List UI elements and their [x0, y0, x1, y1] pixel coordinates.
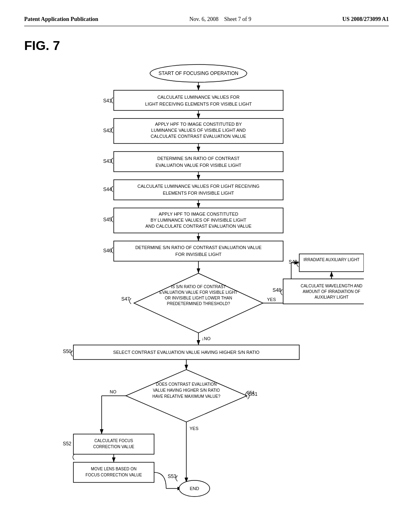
- end-label: END: [190, 486, 199, 491]
- svg-text:ELEMENTS FOR INVISIBLE LIGHT: ELEMENTS FOR INVISIBLE LIGHT: [163, 191, 234, 195]
- s53-step: S53: [168, 474, 177, 479]
- page-header: Patent Application Publication Nov. 6, 2…: [24, 16, 389, 26]
- svg-rect-44: [73, 434, 154, 454]
- s48-step: S48: [273, 287, 282, 293]
- svg-text:LIGHT RECEIVING ELEMENTS FOR V: LIGHT RECEIVING ELEMENTS FOR VISIBLE LIG…: [145, 102, 252, 106]
- svg-rect-3: [114, 90, 283, 110]
- s52-line1: CALCULATE FOCUS: [94, 438, 133, 443]
- svg-rect-30: [299, 254, 364, 272]
- svg-rect-13: [114, 180, 283, 200]
- svg-text:VALUE HAVING HIGHER S/N RATIO: VALUE HAVING HIGHER S/N RATIO: [153, 388, 220, 393]
- move-lens-line1: MOVE LENS BASED ON: [91, 467, 137, 471]
- yes-label-s51: YES: [190, 426, 198, 431]
- s41-step: S41: [103, 98, 112, 104]
- s42-line1: APPLY HPF TO IMAGE CONSTITUTED BY: [155, 122, 242, 127]
- svg-text:IS S/N RATIO OF CONTRAST: IS S/N RATIO OF CONTRAST: [171, 285, 226, 289]
- svg-text:BY LUMINANCE VALUES OF INVISIB: BY LUMINANCE VALUES OF INVISIBLE LIGHT: [150, 218, 246, 222]
- s42-step: S42: [103, 128, 112, 133]
- header-date-sheet: Nov. 6, 2008 Sheet 7 of 9: [189, 16, 251, 23]
- svg-rect-10: [114, 152, 283, 172]
- svg-text:HAVE RELATIVE MAXIMUM VALUE?: HAVE RELATIVE MAXIMUM VALUE?: [152, 394, 221, 399]
- svg-text:AMOUNT OF IRRADIATION OF: AMOUNT OF IRRADIATION OF: [303, 289, 361, 294]
- s46-step: S46: [103, 248, 112, 254]
- svg-text:AND CALCULATE CONTRAST EVALUAT: AND CALCULATE CONTRAST EVALUATION VALUE: [145, 224, 251, 229]
- header-patent-number: US 2008/273099 A1: [342, 16, 389, 23]
- page: Patent Application Publication Nov. 6, 2…: [0, 0, 413, 532]
- s49-step: S49: [289, 259, 298, 265]
- s43-line1: DETERMINE S/N RATIO OF CONTRAST: [157, 156, 240, 161]
- svg-text:EVALUATION VALUE FOR VISIBLE L: EVALUATION VALUE FOR VISIBLE LIGHT: [156, 163, 242, 168]
- header-publication: Patent Application Publication: [24, 16, 98, 23]
- svg-text:PREDETERMINED THRESHOLD?: PREDETERMINED THRESHOLD?: [167, 301, 230, 306]
- s41-label: CALCULATE LUMINANCE VALUES FOR: [157, 95, 240, 100]
- svg-text:DOES CONTRAST EVALUATION: DOES CONTRAST EVALUATION: [156, 382, 217, 387]
- svg-text:EVALUATION VALUE FOR VISIBLE L: EVALUATION VALUE FOR VISIBLE LIGHT: [159, 290, 237, 295]
- s52-step: S52: [63, 441, 72, 447]
- s43-step: S43: [103, 158, 112, 164]
- start-label: START OF FOCUSING OPERATION: [159, 71, 238, 76]
- svg-rect-20: [114, 241, 283, 261]
- s51-step: S51: [249, 391, 258, 397]
- s45-line1: APPLY HPF TO IMAGE CONSTITUTED: [159, 212, 238, 216]
- figure-label: FIG. 7: [24, 38, 389, 53]
- svg-text:AUXILIARY LIGHT: AUXILIARY LIGHT: [315, 295, 348, 299]
- svg-text:OR INVISIBLE LIGHT LOWER THAN: OR INVISIBLE LIGHT LOWER THAN: [165, 296, 232, 300]
- s45-step: S45: [103, 217, 112, 222]
- s48-line1: CALCULATE WAVELENGTH AND: [300, 284, 362, 288]
- svg-text:FOCUS CORRECTION VALUE: FOCUS CORRECTION VALUE: [86, 473, 142, 477]
- no-label-s47: ↓NO: [202, 336, 211, 341]
- svg-text:FOR INVISIBLE LIGHT: FOR INVISIBLE LIGHT: [175, 252, 222, 257]
- s50-step: S50: [63, 349, 72, 354]
- flowchart-diagram: START OF FOCUSING OPERATION CALCULATE LU…: [49, 57, 364, 501]
- s44-step: S44: [103, 187, 112, 192]
- s44-line1: CALCULATE LUMINANCE VALUES FOR LIGHT REC…: [138, 184, 260, 189]
- yes-label-s47: YES: [267, 297, 276, 302]
- s49-line1: IRRADIATE AUXILIARY LIGHT: [304, 258, 360, 262]
- svg-text:LUMINANCE VALUES OF VISIBLE LI: LUMINANCE VALUES OF VISIBLE LIGHT AND: [151, 128, 246, 133]
- svg-text:CORRECTION VALUE: CORRECTION VALUE: [93, 445, 134, 449]
- no-label-s51: NO: [110, 389, 117, 394]
- s50-label: SELECT CONTRAST EVALUATION VALUE HAVING …: [113, 350, 260, 355]
- s47-step: S47: [121, 296, 130, 302]
- s46-line1: DETERMINE S/N RATIO OF CONTRAST EVALUATI…: [135, 245, 261, 250]
- svg-rect-47: [73, 462, 154, 482]
- svg-text:CALCULATE CONTRAST EVALUATION : CALCULATE CONTRAST EVALUATION VALUE: [151, 134, 246, 139]
